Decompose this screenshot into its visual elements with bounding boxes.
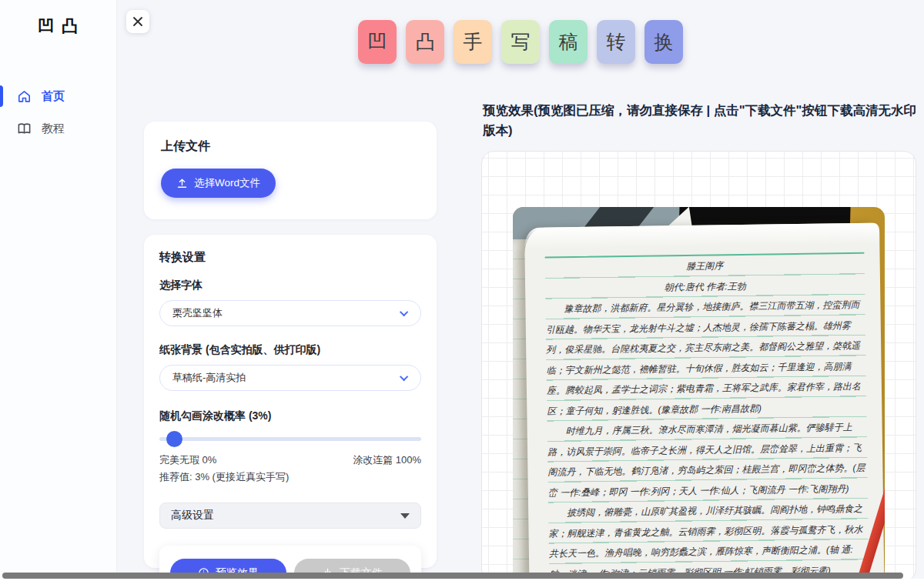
advanced-settings-label: 高级设置	[171, 509, 214, 523]
conversion-settings-card: 转换设置 选择字体 栗壳坚坚体 纸张背景 (包含实拍版、供打印版) 草稿纸-高清…	[144, 235, 437, 568]
logo-convex-icon: 凸	[62, 15, 79, 37]
chevron-down-icon	[400, 308, 408, 316]
slider-max-label: 涂改连篇 100%	[353, 453, 421, 467]
app-window: 凹 凸 首页 教程 凹 凸 手	[0, 0, 924, 581]
app-logo: 凹 凸	[0, 15, 116, 37]
handwriting-paragraph: 豫章故郡，洪都新府。星分翼轸，地接衡庐。襟三江而带五湖，控蛮荆而引瓯越。物华天宝…	[545, 295, 866, 422]
settings-column: 上传文件 选择Word文件 转换设置 选择字体 栗壳坚坚体 纸张背景 (包含实拍…	[144, 122, 437, 568]
book-icon	[17, 122, 32, 136]
brand-tile: 换	[644, 20, 683, 64]
notebook-page: 滕王阁序 朝代:唐代 作者:王勃 豫章故郡，洪都新府。星分翼轸，地接衡庐。襟三江…	[524, 223, 885, 581]
brand-tile: 稿	[549, 20, 588, 64]
slider-hint: 推荐值: 3% (更接近真实手写)	[159, 470, 421, 484]
brand-tile: 手	[454, 20, 492, 64]
font-select-label: 选择字体	[159, 279, 421, 292]
upload-card: 上传文件 选择Word文件	[144, 122, 437, 219]
sidebar: 凹 凸 首页 教程	[0, 0, 117, 581]
font-select-value: 栗壳坚坚体	[172, 306, 223, 320]
slider-track[interactable]	[159, 437, 421, 441]
handwriting-paragraph: 时维九月，序属三秋。潦水尽而寒潭清，烟光凝而暮山紫。俨骖騑于上路，访风景于崇阿。…	[547, 417, 868, 503]
horizontal-scrollbar-thumb[interactable]	[2, 573, 903, 579]
brand-tile: 凹	[358, 20, 397, 64]
choose-word-file-label: 选择Word文件	[194, 176, 260, 190]
preview-photo: 滕王阁序 朝代:唐代 作者:王勃 豫章故郡，洪都新府。星分翼轸，地接衡庐。襟三江…	[513, 207, 885, 581]
brand-tile-row: 凹 凸 手 写 稿 转 换	[117, 20, 924, 64]
handwriting-paragraph: 披绣闼，俯雕甍，山原旷其盈视，川泽纡其骇瞩。闾阎扑地，钟鸣鼎食之家；舸舰迷津，青…	[548, 499, 869, 581]
choose-word-file-button[interactable]: 选择Word文件	[161, 169, 276, 198]
chevron-down-icon	[400, 372, 408, 381]
advanced-settings-accordion[interactable]: 高级设置	[159, 503, 421, 529]
preview-notice: 预览效果(预览图已压缩，请勿直接保存 | 点击"下载文件"按钮下载高清无水印版本…	[483, 101, 916, 140]
sidebar-nav: 首页 教程	[0, 80, 116, 145]
logo-concave-icon: 凹	[38, 15, 55, 37]
notebook-page-content: 滕王阁序 朝代:唐代 作者:王勃 豫章故郡，洪都新府。星分翼轸，地接衡庐。襟三江…	[545, 252, 869, 581]
scribble-probability-slider[interactable]	[159, 431, 421, 447]
paper-select-label: 纸张背景 (包含实拍版、供打印版)	[159, 343, 421, 357]
brand-tile: 写	[501, 20, 540, 64]
upload-icon	[176, 178, 188, 189]
preview-panel: 滕王阁序 朝代:唐代 作者:王勃 豫章故郡，洪都新府。星分翼轸，地接衡庐。襟三江…	[481, 151, 916, 581]
upload-title: 上传文件	[161, 139, 420, 155]
font-select[interactable]: 栗壳坚坚体	[159, 300, 421, 326]
sidebar-item-label: 首页	[42, 89, 65, 104]
preview-column: 预览效果(预览图已压缩，请勿直接保存 | 点击"下载文件"按钮下载高清无水印版本…	[483, 101, 916, 581]
triangle-down-icon	[400, 513, 410, 519]
close-button[interactable]	[126, 10, 149, 33]
brand-tile: 凸	[406, 20, 444, 64]
sidebar-item-home[interactable]: 首页	[0, 80, 116, 112]
sidebar-item-label: 教程	[42, 122, 65, 136]
home-icon	[17, 89, 32, 104]
sidebar-item-tutorial[interactable]: 教程	[0, 112, 116, 145]
slider-minmax-row: 完美无瑕 0% 涂改连篇 100%	[159, 453, 421, 467]
close-icon	[132, 16, 143, 27]
scribble-probability-label: 随机勾画涂改概率 (3%)	[159, 409, 421, 423]
handwriting-text: 滕王阁序 朝代:唐代 作者:王勃 豫章故郡，洪都新府。星分翼轸，地接衡庐。襟三江…	[545, 254, 871, 581]
slider-min-label: 完美无瑕 0%	[159, 453, 216, 467]
slider-thumb[interactable]	[166, 431, 182, 447]
paper-select[interactable]: 草稿纸-高清实拍	[159, 365, 421, 391]
paper-select-value: 草稿纸-高清实拍	[172, 371, 246, 385]
brand-tile: 转	[597, 20, 635, 64]
settings-title: 转换设置	[159, 250, 421, 265]
active-indicator	[0, 85, 3, 107]
